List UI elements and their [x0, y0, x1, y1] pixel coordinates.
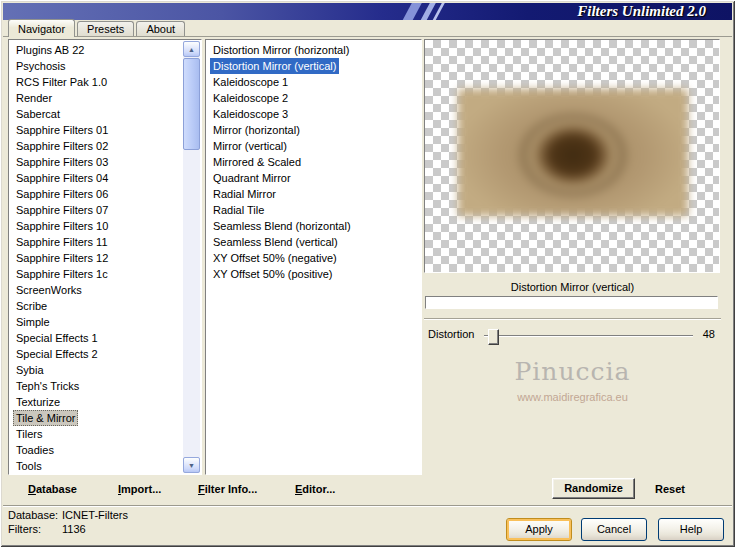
list-item[interactable]: XY Offset 50% (negative)	[210, 250, 340, 266]
list-item[interactable]: Seamless Blend (horizontal)	[210, 218, 354, 234]
list-item[interactable]: Quadrant Mirror	[210, 170, 294, 186]
list-item[interactable]: Radial Tile	[210, 202, 267, 218]
list-item[interactable]: Sapphire Filters 1c	[13, 266, 111, 282]
scroll-down-icon[interactable]: ▼	[183, 457, 200, 473]
list-item[interactable]: Teph's Tricks	[13, 378, 82, 394]
status-database-label: Database:	[8, 509, 62, 521]
status-divider	[3, 505, 732, 507]
list-item[interactable]: Mirrored & Scaled	[210, 154, 304, 170]
list-item[interactable]: Sabercat	[13, 106, 63, 122]
list-item[interactable]: Seamless Blend (vertical)	[210, 234, 341, 250]
slider-value: 48	[703, 328, 715, 340]
list-item[interactable]: Kaleidoscope 3	[210, 106, 291, 122]
title-bar: Filters Unlimited 2.0	[3, 3, 732, 20]
tab-presets[interactable]: Presets	[77, 21, 134, 36]
list-item[interactable]: Simple	[13, 314, 53, 330]
slider-label: Distortion	[428, 328, 474, 340]
filters-unlimited-window: Filters Unlimited 2.0 Navigator Presets …	[0, 0, 735, 547]
list-item[interactable]: Sapphire Filters 03	[13, 154, 111, 170]
list-item[interactable]: Tools	[13, 458, 45, 473]
list-item[interactable]: Sybia	[13, 362, 47, 378]
filter-info-button[interactable]: Filter Info...	[198, 483, 257, 495]
status-database: Database:ICNET-Filters	[8, 509, 128, 521]
panel-divider	[424, 318, 721, 320]
apply-button[interactable]: Apply	[506, 518, 572, 541]
list-item[interactable]: Sapphire Filters 01	[13, 122, 111, 138]
list-item[interactable]: XY Offset 50% (positive)	[210, 266, 335, 282]
preview-panel: Distortion Mirror (vertical) Distortion …	[424, 39, 721, 476]
list-item[interactable]: Sapphire Filters 11	[13, 234, 111, 250]
distortion-slider-thumb[interactable]	[488, 329, 499, 345]
reset-button[interactable]: Reset	[655, 483, 685, 495]
list-item[interactable]: RCS Filter Pak 1.0	[13, 74, 110, 90]
list-item[interactable]: Mirror (vertical)	[210, 138, 290, 154]
editor-button[interactable]: Editor...	[295, 483, 335, 495]
list-item[interactable]: Kaleidoscope 2	[210, 90, 291, 106]
list-item[interactable]: Sapphire Filters 04	[13, 170, 111, 186]
list-item[interactable]: Radial Mirror	[210, 186, 279, 202]
list-item[interactable]: Sapphire Filters 06	[13, 186, 111, 202]
scroll-up-icon[interactable]: ▲	[183, 41, 200, 57]
list-item[interactable]: Tilers	[13, 426, 45, 442]
randomize-button[interactable]: Randomize	[552, 478, 635, 499]
list-item[interactable]: Distortion Mirror (horizontal)	[210, 42, 352, 58]
list-item[interactable]: Render	[13, 90, 55, 106]
list-item[interactable]: Plugins AB 22	[13, 42, 88, 58]
tab-bar: Navigator Presets About	[8, 19, 185, 37]
list-item[interactable]: Sapphire Filters 10	[13, 218, 111, 234]
list-item[interactable]: Scribe	[13, 298, 50, 314]
scrollbar-thumb[interactable]	[183, 58, 200, 150]
list-item[interactable]: Sapphire Filters 12	[13, 250, 111, 266]
list-item[interactable]: Tile & Mirror	[13, 410, 78, 426]
list-item[interactable]: Special Effects 1	[13, 330, 101, 346]
help-button[interactable]: Help	[658, 518, 724, 541]
filter-list-panel: Distortion Mirror (horizontal)Distortion…	[205, 39, 422, 475]
status-filters-label: Filters:	[8, 523, 62, 535]
window-title: Filters Unlimited 2.0	[577, 3, 706, 20]
filter-list: Distortion Mirror (horizontal)Distortion…	[207, 42, 420, 473]
list-item[interactable]: Texturize	[13, 394, 63, 410]
preview-image	[458, 89, 688, 216]
status-filters-value: 1136	[62, 523, 86, 535]
tab-about[interactable]: About	[136, 21, 185, 36]
database-button[interactable]: Database	[28, 483, 77, 495]
category-list-panel: Plugins AB 22PsychosisRCS Filter Pak 1.0…	[8, 39, 202, 475]
list-item[interactable]: Special Effects 2	[13, 346, 101, 362]
list-item[interactable]: Distortion Mirror (vertical)	[210, 58, 339, 74]
list-item[interactable]: Toadies	[13, 442, 57, 458]
import-button[interactable]: Import...	[118, 483, 161, 495]
cancel-button[interactable]: Cancel	[581, 518, 647, 541]
preview-area	[424, 39, 720, 273]
list-item[interactable]: Sapphire Filters 07	[13, 202, 111, 218]
category-list: Plugins AB 22PsychosisRCS Filter Pak 1.0…	[10, 42, 183, 473]
category-scrollbar[interactable]: ▲ ▼	[183, 41, 200, 473]
list-item[interactable]: Sapphire Filters 02	[13, 138, 111, 154]
status-database-value: ICNET-Filters	[62, 509, 128, 521]
watermark-url: www.maidiregrafica.eu	[424, 391, 721, 403]
list-item[interactable]: Psychosis	[13, 58, 69, 74]
selected-filter-caption: Distortion Mirror (vertical)	[424, 281, 721, 293]
list-item[interactable]: Mirror (horizontal)	[210, 122, 303, 138]
tab-navigator[interactable]: Navigator	[8, 19, 75, 37]
watermark-text: Pinuccia	[424, 357, 721, 386]
progress-bar	[425, 296, 718, 309]
distortion-slider-track[interactable]	[484, 335, 693, 337]
list-item[interactable]: Kaleidoscope 1	[210, 74, 291, 90]
list-item[interactable]: ScreenWorks	[13, 282, 85, 298]
status-filters: Filters:1136	[8, 523, 86, 535]
